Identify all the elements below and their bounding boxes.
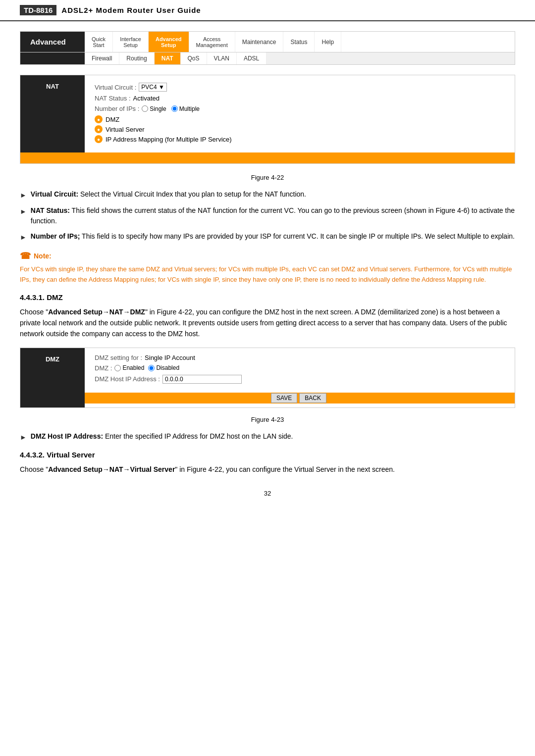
- nav-label-help: Help: [321, 39, 334, 46]
- bullet-dmz-host-ip: ► DMZ Host IP Address: Enter the specifi…: [20, 431, 515, 443]
- dmz-host-ip-row: DMZ Host IP Address :: [95, 375, 505, 384]
- note-phone-icon: ☎: [20, 251, 31, 261]
- note-text: For VCs with single IP, they share the s…: [20, 264, 515, 285]
- sub-nav-nat[interactable]: NAT: [155, 52, 181, 64]
- nav-label-maintenance: Maintenance: [242, 39, 276, 46]
- dmz-setting-for-value: Single IP Account: [145, 354, 195, 361]
- virtual-circuit-value[interactable]: PVC4 ▼: [139, 83, 167, 92]
- nav-item-quick-start[interactable]: Quick Start: [85, 32, 113, 52]
- bullet-number-ips: ► Number of IPs; This field is to specif…: [20, 231, 515, 243]
- nav-item-maintenance[interactable]: Maintenance: [235, 32, 284, 52]
- arrow-icon-2: ►: [20, 206, 27, 217]
- dmz-label: DMZ :: [95, 364, 112, 372]
- nav-label-quick-bottom: Start: [93, 42, 104, 48]
- nav-label-status: Status: [290, 39, 307, 46]
- nav-item-help[interactable]: Help: [315, 32, 341, 52]
- bullet-nat-status: ► NAT Status: This field shows the curre…: [20, 205, 515, 226]
- number-ips-row: Number of IPs : Single Multiple: [95, 105, 505, 112]
- dmz-enabled-input[interactable]: [114, 365, 121, 371]
- nav-item-advanced-setup[interactable]: Advanced Setup: [149, 32, 189, 52]
- nav-label-adv-bottom: Setup: [161, 42, 176, 48]
- dmz-section-heading: 4.4.3.1. DMZ: [20, 293, 515, 302]
- nat-menu-virtual-server-label: Virtual Server: [106, 126, 145, 133]
- radio-multiple[interactable]: Multiple: [171, 105, 200, 112]
- radio-single-input[interactable]: [142, 105, 148, 112]
- dmz-host-bullet-list: ► DMZ Host IP Address: Enter the specifi…: [20, 431, 515, 443]
- dmz-panel-footer-row: SAVE BACK: [20, 393, 515, 407]
- nav-item-access-management[interactable]: Access Management: [189, 32, 235, 52]
- nav-item-status[interactable]: Status: [283, 32, 315, 52]
- nav-brand: Advanced: [20, 32, 85, 52]
- virtual-circuit-row: Virtual Circuit : PVC4 ▼: [95, 83, 505, 92]
- header-model: TD-8816: [20, 5, 56, 15]
- arrow-icon-1: ►: [20, 190, 27, 201]
- sub-nav-qos[interactable]: QoS: [181, 52, 207, 64]
- dmz-disabled-input[interactable]: [148, 365, 155, 371]
- sub-nav-firewall[interactable]: Firewall: [85, 52, 119, 64]
- bullet-virtual-circuit-text: Virtual Circuit: Select the Virtual Circ…: [31, 189, 306, 200]
- back-button[interactable]: BACK: [299, 393, 326, 403]
- arrow-icon-3: ►: [20, 232, 27, 243]
- sub-nav: Firewall Routing NAT QoS VLAN ADSL: [20, 52, 515, 64]
- nat-menu-dmz-label: DMZ: [106, 116, 119, 123]
- nat-panel-footer-sidebar: [20, 152, 85, 163]
- note-label: ☎ Note:: [20, 251, 515, 261]
- virtual-circuit-label: Virtual Circuit :: [95, 84, 136, 91]
- nav-label-iface-bottom: Setup: [123, 42, 138, 48]
- dmz-panel-inner: DMZ DMZ setting for : Single IP Account …: [20, 348, 515, 393]
- dmz-footer-sidebar: [20, 393, 85, 407]
- nav-items: Quick Start Interface Setup Advanced Set…: [85, 32, 515, 52]
- nat-menu-virtual-server[interactable]: ● Virtual Server: [95, 125, 505, 133]
- arrow-icon-4: ►: [20, 432, 27, 443]
- virtual-server-para: Choose "Advanced Setup→NAT→Virtual Serve…: [20, 464, 515, 475]
- dmz-radio-enabled[interactable]: Enabled: [114, 364, 144, 371]
- dmz-host-ip-input[interactable]: [162, 375, 242, 384]
- nat-panel: NAT Virtual Circuit : PVC4 ▼ NAT Status …: [20, 75, 515, 164]
- sub-nav-routing[interactable]: Routing: [119, 52, 154, 64]
- dmz-intro-para: Choose "Advanced Setup→NAT→DMZ" in Figur…: [20, 306, 515, 340]
- nat-status-value: Activated: [133, 95, 160, 102]
- nav-label-acc-top: Access: [203, 36, 220, 42]
- dmz-bullet-icon: ●: [95, 115, 103, 123]
- nat-menu-ip-mapping[interactable]: ● IP Address Mapping (for Multiple IP Se…: [95, 135, 505, 143]
- sub-nav-adsl[interactable]: ADSL: [237, 52, 267, 64]
- nav-container: Advanced Quick Start Interface Setup Adv…: [20, 31, 515, 65]
- nav-label-acc-bottom: Management: [196, 42, 228, 48]
- nat-panel-body: Virtual Circuit : PVC4 ▼ NAT Status : Ac…: [85, 75, 515, 152]
- note-label-text: Note:: [34, 252, 52, 260]
- dmz-enabled-row: DMZ : Enabled Disabled: [95, 364, 505, 372]
- sub-nav-left-spacer: [20, 52, 85, 64]
- number-ips-label: Number of IPs :: [95, 105, 139, 112]
- radio-single-label: Single: [150, 105, 166, 112]
- sub-nav-spacer: [267, 52, 515, 64]
- virtual-server-heading: 4.4.3.2. Virtual Server: [20, 451, 515, 459]
- dmz-radio-disabled[interactable]: Disabled: [148, 364, 179, 371]
- content-area: NAT Virtual Circuit : PVC4 ▼ NAT Status …: [0, 75, 535, 497]
- note-section: ☎ Note: For VCs with single IP, they sha…: [20, 251, 515, 285]
- nav-item-interface-setup[interactable]: Interface Setup: [113, 32, 149, 52]
- radio-multiple-input[interactable]: [171, 105, 178, 112]
- header-title: ADSL2+ Modem Router User Guide: [61, 6, 201, 14]
- nat-menu-dmz[interactable]: ● DMZ: [95, 115, 505, 123]
- radio-single[interactable]: Single: [142, 105, 166, 112]
- dmz-setting-for-label: DMZ setting for :: [95, 354, 142, 361]
- virtual-server-bullet-icon: ●: [95, 125, 103, 133]
- dmz-radio-group: Enabled Disabled: [114, 364, 179, 371]
- nat-panel-footer-main: [85, 152, 515, 163]
- number-ips-radio-group: Single Multiple: [142, 105, 200, 112]
- nat-status-row: NAT Status : Activated: [95, 95, 505, 102]
- nat-panel-sidebar: NAT: [20, 75, 85, 152]
- figure23-caption: Figure 4-23: [20, 416, 515, 423]
- bullet-nat-status-text: NAT Status: This field shows the current…: [31, 205, 515, 226]
- page-header: TD-8816 ADSL2+ Modem Router User Guide: [0, 0, 535, 21]
- nat-panel-inner: NAT Virtual Circuit : PVC4 ▼ NAT Status …: [20, 75, 515, 152]
- bullet-dmz-host-ip-text: DMZ Host IP Address: Enter the specified…: [31, 431, 293, 442]
- save-button[interactable]: SAVE: [271, 393, 297, 403]
- radio-multiple-label: Multiple: [179, 105, 200, 112]
- bullet-virtual-circuit: ► Virtual Circuit: Select the Virtual Ci…: [20, 189, 515, 201]
- bullet-list: ► Virtual Circuit: Select the Virtual Ci…: [20, 189, 515, 243]
- sub-nav-vlan[interactable]: VLAN: [207, 52, 237, 64]
- nav-label-quick-top: Quick: [92, 36, 106, 42]
- dmz-setting-for-row: DMZ setting for : Single IP Account: [95, 354, 505, 361]
- dmz-panel-body: DMZ setting for : Single IP Account DMZ …: [85, 348, 515, 393]
